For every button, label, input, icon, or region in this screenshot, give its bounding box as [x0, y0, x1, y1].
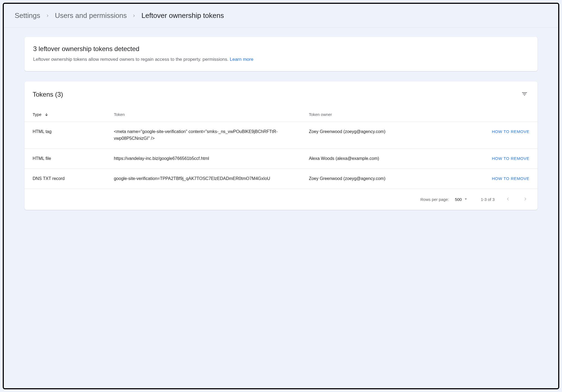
banner-card: 3 leftover ownership tokens detected Lef… — [24, 37, 538, 71]
rows-per-page-label: Rows per page: — [420, 197, 449, 202]
breadcrumb-users-permissions[interactable]: Users and permissions — [55, 11, 127, 20]
how-to-remove-button[interactable]: HOW TO REMOVE — [492, 129, 529, 134]
cell-owner: Zoey Greenwood (zoeyg@agency.com) — [307, 169, 450, 189]
cell-owner: Alexa Woods (alexa@example.com) — [307, 148, 450, 169]
how-to-remove-button[interactable]: HOW TO REMOVE — [492, 156, 529, 161]
chevron-left-icon — [505, 199, 511, 203]
cell-token: https://vandelay-inc.biz/google6766561b5… — [112, 148, 307, 169]
table-title: Tokens (3) — [33, 91, 63, 98]
banner-title: 3 leftover ownership tokens detected — [33, 45, 529, 53]
cell-token: <meta name="google-site-verification" co… — [112, 122, 307, 149]
cell-type: HTML file — [24, 148, 112, 169]
breadcrumb-current: Leftover ownership tokens — [141, 11, 224, 20]
filter-icon — [521, 94, 528, 98]
column-header-type[interactable]: Type — [24, 110, 112, 122]
chevron-right-icon — [522, 199, 528, 203]
banner-body: Leftover ownership tokens allow removed … — [33, 56, 529, 63]
breadcrumb: Settings Users and permissions Leftover … — [4, 4, 558, 28]
banner-body-text: Leftover ownership tokens allow removed … — [33, 57, 230, 62]
column-header-action — [450, 110, 538, 122]
filter-button[interactable] — [520, 89, 529, 100]
arrow-down-icon — [43, 112, 49, 117]
table-row: DNS TXT recordgoogle-site-verification=T… — [24, 169, 538, 189]
next-page-button[interactable] — [521, 195, 529, 204]
rows-per-page-value: 500 — [455, 197, 462, 202]
chevron-right-icon — [45, 13, 50, 18]
rows-per-page-select[interactable]: 500 — [455, 197, 468, 202]
cell-type: HTML tag — [24, 122, 112, 149]
how-to-remove-button[interactable]: HOW TO REMOVE — [492, 176, 529, 181]
table-footer: Rows per page: 500 1-3 of 3 — [24, 189, 538, 210]
cell-type: DNS TXT record — [24, 169, 112, 189]
table-row: HTML tag<meta name="google-site-verifica… — [24, 122, 538, 149]
tokens-card: Tokens (3) Type — [24, 81, 538, 210]
column-header-token[interactable]: Token — [112, 110, 307, 122]
cell-token: google-site-verification=TPPA2TBf9j_qAK7… — [112, 169, 307, 189]
breadcrumb-settings[interactable]: Settings — [15, 11, 40, 20]
cell-owner: Zoey Greenwood (zoeyg@agency.com) — [307, 122, 450, 149]
chevron-right-icon — [132, 13, 136, 18]
table-row: HTML filehttps://vandelay-inc.biz/google… — [24, 148, 538, 169]
dropdown-icon — [463, 197, 468, 202]
column-header-type-label: Type — [33, 112, 42, 117]
previous-page-button[interactable] — [504, 195, 512, 204]
column-header-owner[interactable]: Token owner — [307, 110, 450, 122]
learn-more-link[interactable]: Learn more — [230, 57, 253, 62]
pagination-range: 1-3 of 3 — [481, 197, 495, 202]
tokens-table: Type Token Token owner HTML tag<meta nam… — [24, 110, 538, 189]
